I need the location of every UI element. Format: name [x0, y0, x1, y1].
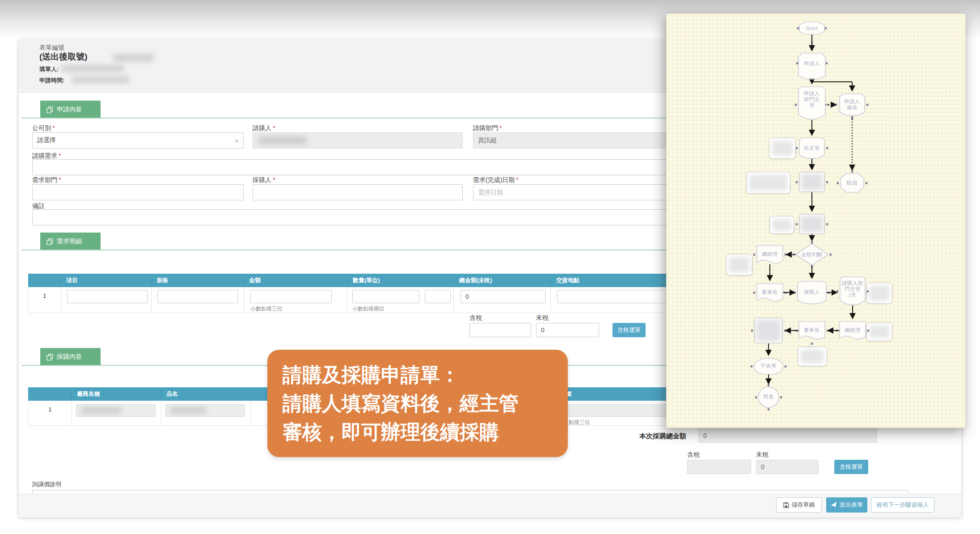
- requester-field: [253, 132, 463, 148]
- flow-label-start: Start: [799, 25, 824, 31]
- need-dept-input[interactable]: [32, 184, 244, 200]
- required-asterisk: *: [59, 176, 61, 183]
- connection-handle-icon: ×: [794, 290, 796, 295]
- tax-excl-label-2: 未稅: [756, 451, 769, 459]
- detail-amount-input[interactable]: [250, 290, 332, 303]
- requester-label: 請購人*: [253, 124, 275, 132]
- company-select[interactable]: 請選擇 ∨: [32, 132, 244, 148]
- detail-total-untaxed-input[interactable]: [460, 290, 545, 303]
- connection-handle-icon: ×: [865, 181, 868, 186]
- connection-handle-icon: ×: [795, 146, 798, 151]
- view-next-approver-button[interactable]: 檢視下一步驟簽核人: [871, 497, 934, 513]
- connection-handle-icon: ×: [784, 290, 787, 295]
- connection-handle-icon: ×: [811, 240, 813, 245]
- required-asterisk: *: [499, 124, 502, 131]
- connection-handle-icon: ×: [828, 290, 830, 295]
- filler-label: 填單人:: [39, 65, 59, 73]
- connection-handle-icon: ×: [792, 252, 794, 257]
- purchase-total-field: [698, 428, 877, 443]
- detail-col-total-untaxed: 總金額(未稅): [454, 274, 551, 287]
- flow-comment-bubble: [769, 138, 796, 159]
- save-draft-button[interactable]: 儲存草稿: [776, 497, 822, 513]
- purchase-total-label: 本次採購總金額: [639, 432, 686, 441]
- tax-calc-button-2[interactable]: 含稅運算: [834, 460, 868, 474]
- purchase-col-unit-price: 單價: [554, 387, 673, 401]
- connection-handle-icon: ×: [795, 222, 798, 227]
- required-asterisk: *: [516, 176, 518, 183]
- tax-excl-input[interactable]: [536, 323, 599, 337]
- connection-handle-icon: ×: [753, 290, 756, 295]
- connection-handle-icon: ×: [784, 252, 787, 257]
- required-asterisk: *: [52, 124, 55, 131]
- tab-detail-label: 需求明細: [57, 237, 82, 246]
- flow-label-applicant-dept-mgr: 申請人部門主管: [803, 91, 821, 109]
- connection-handle-icon: ×: [851, 116, 853, 121]
- connection-handle-icon: ×: [784, 328, 786, 333]
- connection-handle-icon: ×: [780, 395, 782, 400]
- flow-label-requester-dept-mgr: 請購人部門主管(含: [842, 280, 863, 298]
- detail-item-input[interactable]: [67, 290, 148, 303]
- callout-line-3: 審核，即可辦理後續採購: [283, 418, 553, 446]
- detail-col-qty: 數量(單位): [347, 274, 454, 287]
- purchase-col-num: [28, 387, 72, 401]
- connection-handle-icon: ×: [826, 146, 828, 151]
- connection-handle-icon: ×: [835, 102, 837, 107]
- connection-handle-icon: ×: [836, 328, 838, 333]
- connection-handle-icon: ×: [866, 289, 869, 294]
- price-note-label: 詢議價說明: [32, 480, 61, 488]
- paper-plane-icon: [830, 502, 837, 509]
- request-dept-label: 請購部門*: [473, 124, 502, 132]
- connection-handle-icon: ×: [867, 328, 870, 333]
- tax-incl-field-2: [687, 460, 751, 474]
- tab-apply-content[interactable]: 申請內容: [40, 101, 101, 119]
- buyer-label: 採購人*: [253, 176, 275, 184]
- connection-handle-icon: ×: [824, 26, 827, 31]
- screen: 表單編號 (送出後取號) 填單人: 申請時間: 申請內容 公司別* 請選擇 ∨ …: [0, 0, 980, 534]
- connection-handle-icon: ×: [797, 26, 799, 31]
- company-select-value: 請選擇: [37, 136, 56, 144]
- requester-redacted: [258, 136, 307, 145]
- tax-incl-input[interactable]: [469, 323, 531, 337]
- flow-label-gm-b: 總經理: [840, 327, 866, 333]
- flow-label-chairman-a: 董事長: [757, 289, 783, 295]
- connection-handle-icon: ×: [851, 169, 853, 174]
- connection-handle-icon: ×: [826, 180, 828, 185]
- connection-handle-icon: ×: [796, 61, 798, 66]
- connection-handle-icon: ×: [811, 341, 813, 346]
- purchase-row-number: 1: [29, 401, 72, 425]
- form-number-note: (送出後取號): [39, 51, 88, 63]
- flow-label-reject: 駁回: [842, 180, 862, 186]
- tab-detail[interactable]: 需求明細: [40, 233, 101, 250]
- connection-handle-icon: ×: [829, 252, 832, 257]
- submit-form-label: 送出表單: [840, 501, 863, 509]
- flow-label-chairman-b: 董事長: [799, 327, 825, 333]
- tab-purchase[interactable]: 採購內容: [40, 348, 101, 366]
- product-redacted: [170, 407, 206, 414]
- purchase-product-field: [165, 404, 245, 417]
- connection-handle-icon: ×: [836, 181, 839, 186]
- buyer-input[interactable]: [253, 184, 463, 200]
- submit-form-button[interactable]: 送出表單: [826, 497, 867, 513]
- detail-qty-input[interactable]: [352, 290, 419, 303]
- required-asterisk: *: [59, 152, 61, 159]
- purchase-col-product: 品名: [161, 387, 250, 401]
- save-draft-label: 儲存草稿: [792, 501, 815, 509]
- flow-label-approve: 同意: [759, 394, 778, 400]
- callout-line-1: 請購及採購申請單：: [283, 360, 553, 389]
- detail-unit-input[interactable]: [425, 290, 451, 303]
- connection-handle-icon: ×: [825, 61, 828, 66]
- flow-comment-bubble: [769, 216, 794, 234]
- connection-handle-icon: ×: [794, 102, 797, 107]
- detail-col-amount: 金額: [244, 274, 347, 287]
- copy-icon: [46, 106, 53, 113]
- tax-calc-button[interactable]: 含稅運算: [612, 323, 646, 337]
- flow-node-blurred-1-content: [801, 174, 823, 190]
- detail-col-spec: 規格: [151, 274, 244, 287]
- flow-label-district-mgr: 區主管: [798, 145, 825, 151]
- flow-comment-bubble: [746, 172, 790, 194]
- connection-handle-icon: ×: [753, 252, 756, 257]
- required-asterisk: *: [273, 124, 275, 131]
- apply-time-redacted: [72, 76, 130, 83]
- purchase-vendor-field: [76, 404, 156, 417]
- detail-spec-input[interactable]: [157, 290, 238, 303]
